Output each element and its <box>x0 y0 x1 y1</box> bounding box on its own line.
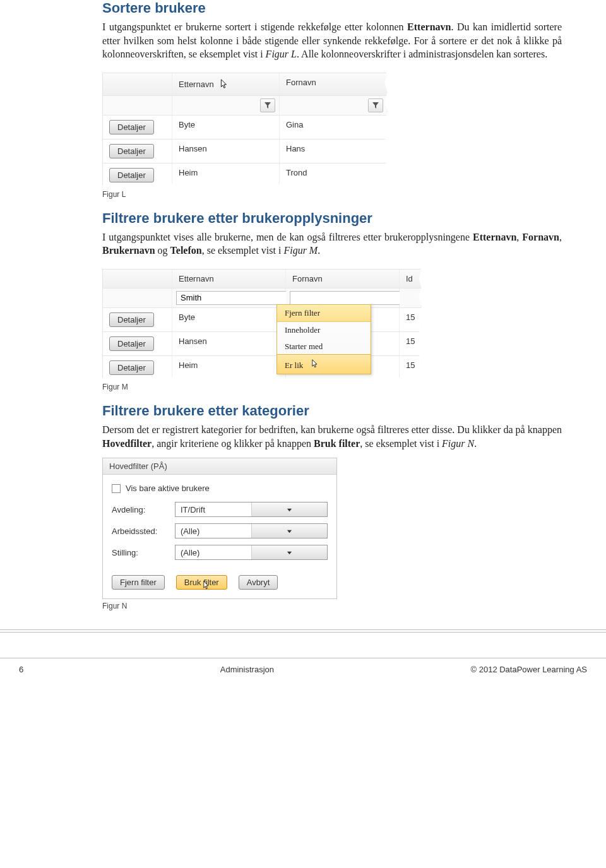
heading-sort-users: Sortere brukere <box>102 0 562 16</box>
figure-n-dialog: Hovedfilter (PÅ) Vis bare aktive brukere… <box>102 458 337 599</box>
column-header-fornavn[interactable]: Fornavn <box>280 73 387 95</box>
svg-marker-3 <box>287 551 292 554</box>
heading-filter-categories: Filtrere brukere etter kategorier <box>102 403 562 419</box>
paragraph-sort-users: I utgangspunktet er brukerne sortert i s… <box>102 20 562 61</box>
filter-dropdown-menu: Fjern filter Inneholder Starter med Er l… <box>276 304 371 374</box>
paragraph-filter-categories: Dersom det er registrert kategorier for … <box>102 423 562 450</box>
table-row: Detaljer Heim Trond 15 <box>103 356 421 379</box>
svg-marker-1 <box>287 508 292 511</box>
apply-filter-button[interactable]: Bruk filter <box>176 575 227 590</box>
cursor-icon <box>220 78 232 91</box>
table-row: Detaljer Byte Gina <box>103 116 387 140</box>
heading-filter-users-info: Filtrere brukere etter brukeropplysninge… <box>102 210 562 227</box>
chevron-down-icon <box>251 502 328 516</box>
menu-item-equals[interactable]: Er lik <box>276 354 371 374</box>
footer-center: Administrasjon <box>220 665 274 674</box>
column-header-label: Etternavn <box>179 80 214 89</box>
details-button[interactable]: Detaljer <box>109 120 154 134</box>
cancel-button[interactable]: Avbryt <box>239 575 278 590</box>
column-header-fornavn[interactable]: Fornavn <box>286 270 400 288</box>
filter-icon[interactable] <box>368 98 383 112</box>
details-button[interactable]: Detaljer <box>109 312 154 327</box>
checkbox-active-users[interactable] <box>112 484 121 493</box>
column-header-etternavn[interactable]: Etternavn <box>172 270 286 288</box>
chevron-down-icon <box>251 524 328 538</box>
figure-m-caption: Figur M <box>102 383 562 391</box>
footer-page-number: 6 <box>19 665 23 674</box>
menu-item-contains[interactable]: Inneholder <box>277 322 371 338</box>
details-button[interactable]: Detaljer <box>109 168 154 182</box>
table-row: Detaljer Hansen Hans <box>103 140 387 163</box>
figure-l-caption: Figur L <box>102 190 562 199</box>
footer-copyright: © 2012 DataPower Learning AS <box>471 665 587 674</box>
label-arbeidssted: Arbeidssted: <box>112 526 175 536</box>
filter-icon[interactable] <box>260 98 275 112</box>
details-button[interactable]: Detaljer <box>109 360 154 375</box>
menu-item-starts-with[interactable]: Starter med <box>277 338 371 355</box>
dialog-title: Hovedfilter (PÅ) <box>103 458 336 475</box>
filter-input-etternavn[interactable] <box>176 291 291 305</box>
cursor-icon <box>201 581 211 593</box>
figure-n-caption: Figur N <box>102 602 562 610</box>
label-stilling: Stilling: <box>112 548 175 557</box>
menu-item-remove-filter[interactable]: Fjern filter <box>277 305 371 322</box>
figure-l-table: Etternavn Fornavn <box>102 73 388 187</box>
table-row: Detaljer Byte 15 <box>103 308 421 332</box>
combo-arbeidssted[interactable]: (Alle) <box>175 523 328 538</box>
combo-avdeling[interactable]: IT/Drift <box>175 502 328 517</box>
details-button[interactable]: Detaljer <box>109 336 154 351</box>
cursor-icon <box>309 362 319 371</box>
clear-filter-button[interactable]: Fjern filter <box>112 575 165 590</box>
column-header-id[interactable]: Id <box>400 270 421 288</box>
table-row: Detaljer Hansen 15 <box>103 332 421 356</box>
figure-m-table: Etternavn Fornavn Id <box>102 269 422 380</box>
paragraph-filter-users-info: I utgangspunktet vises alle brukerne, me… <box>102 230 562 258</box>
column-header-etternavn[interactable]: Etternavn <box>179 78 273 91</box>
label-avdeling: Avdeling: <box>112 505 175 514</box>
table-row: Detaljer Heim Trond <box>103 163 387 187</box>
details-button[interactable]: Detaljer <box>109 144 154 158</box>
combo-stilling[interactable]: (Alle) <box>175 545 328 560</box>
filter-input-fornavn[interactable] <box>290 291 405 305</box>
chevron-down-icon <box>251 545 328 559</box>
svg-marker-2 <box>287 530 292 533</box>
checkbox-label: Vis bare aktive brukere <box>126 484 210 493</box>
page-footer: 6 Administrasjon © 2012 DataPower Learni… <box>0 658 606 693</box>
